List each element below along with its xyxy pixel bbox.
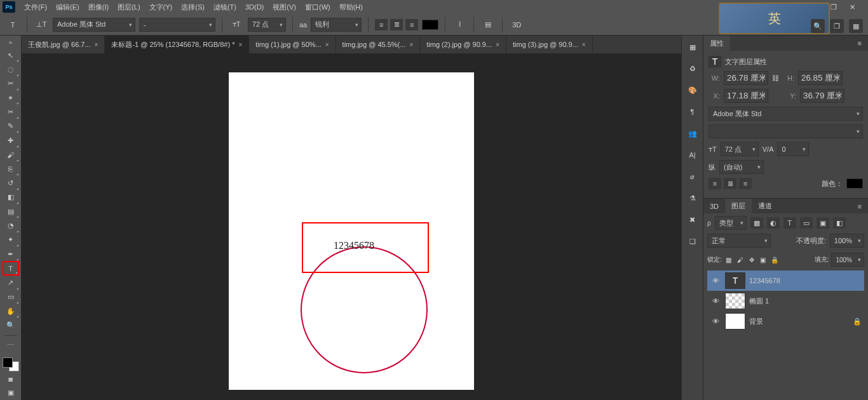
- screen-mode[interactable]: ▣: [3, 386, 19, 400]
- eyedropper-tool[interactable]: ✎: [3, 119, 19, 133]
- prop-align-right[interactable]: ≡: [739, 178, 752, 189]
- shape-tool[interactable]: ▭: [3, 290, 19, 304]
- character-icon[interactable]: A|: [685, 147, 700, 163]
- adjustments-icon[interactable]: ⚗: [685, 190, 700, 206]
- quick-select-tool[interactable]: ✴: [3, 91, 19, 105]
- brush-settings-icon[interactable]: ⌀: [685, 169, 700, 184]
- dodge-tool[interactable]: ✦: [3, 233, 19, 247]
- properties-tab[interactable]: 属性: [703, 36, 730, 51]
- text-orientation-icon[interactable]: ⊥T: [34, 17, 49, 32]
- warp-text-icon[interactable]: ⌇: [452, 17, 467, 32]
- visibility-icon[interactable]: 👁: [710, 297, 721, 305]
- prop-style-dropdown[interactable]: [709, 124, 863, 138]
- text-color-swatch[interactable]: [422, 20, 438, 30]
- doc-tab-5[interactable]: timg (3).jpg @ 90.9...×: [506, 36, 593, 53]
- history-brush-tool[interactable]: ↺: [3, 176, 19, 190]
- 3d-tab[interactable]: 3D: [703, 199, 725, 213]
- character-panel-icon[interactable]: ▤: [480, 17, 496, 32]
- blend-mode-dropdown[interactable]: 正常: [707, 234, 771, 248]
- panel-menu-icon[interactable]: ≡: [851, 36, 868, 51]
- menu-type[interactable]: 文字(Y): [146, 1, 177, 13]
- font-family-dropdown[interactable]: Adobe 黑体 Std: [53, 18, 135, 32]
- actions-icon[interactable]: ♻: [685, 61, 700, 76]
- layer-name[interactable]: 椭圆 1: [749, 297, 769, 306]
- workspace-icon[interactable]: ❐: [830, 19, 844, 33]
- prop-align-center[interactable]: ≣: [724, 178, 736, 189]
- quick-mask[interactable]: ◙: [3, 371, 19, 385]
- menu-view[interactable]: 视图(V): [269, 1, 300, 13]
- layers-tab[interactable]: 图层: [725, 199, 752, 213]
- doc-tab-4[interactable]: timg (2).jpg @ 90.9...×: [420, 36, 506, 53]
- menu-select[interactable]: 选择(S): [177, 1, 208, 13]
- menu-image[interactable]: 图像(I): [85, 1, 112, 13]
- layer-row[interactable]: 👁 背景 🔒: [707, 311, 864, 331]
- menu-3d[interactable]: 3D(D): [241, 2, 268, 12]
- glyphs-icon[interactable]: 👥: [685, 126, 700, 141]
- channels-tab[interactable]: 通道: [752, 199, 778, 213]
- move-tool[interactable]: ↖: [3, 48, 19, 62]
- edit-toolbar[interactable]: ⋯: [3, 338, 19, 352]
- blur-tool[interactable]: ◔: [3, 218, 19, 232]
- filter-shape-icon[interactable]: ▭: [800, 217, 813, 229]
- layer-row[interactable]: 👁 T 12345678: [707, 270, 864, 291]
- x-input[interactable]: [724, 89, 768, 103]
- font-size-dropdown[interactable]: 72 点: [248, 18, 286, 32]
- arrange-icon[interactable]: ▦: [849, 19, 863, 33]
- gradient-tool[interactable]: ▤: [3, 204, 19, 218]
- close-icon[interactable]: ×: [325, 41, 329, 48]
- hand-tool[interactable]: ✋: [3, 304, 19, 318]
- lock-image-icon[interactable]: 🖌: [736, 257, 745, 263]
- filter-toggle[interactable]: ◧: [833, 217, 846, 229]
- visibility-icon[interactable]: 👁: [710, 317, 721, 325]
- window-close[interactable]: ✕: [846, 2, 859, 13]
- healing-tool[interactable]: ✚: [3, 133, 19, 147]
- marquee-tool[interactable]: ◌: [3, 62, 19, 76]
- fill-dropdown[interactable]: 100%: [831, 253, 864, 267]
- doc-tab-0[interactable]: 王俊凯.jpg @ 66.7...×: [22, 36, 105, 53]
- toolbar-collapse[interactable]: »: [9, 39, 12, 46]
- leading-dropdown[interactable]: (自动): [719, 160, 764, 174]
- type-tool[interactable]: T: [3, 261, 19, 276]
- doc-tab-3[interactable]: timg.jpg @ 45.5%(...×: [336, 36, 421, 53]
- close-icon[interactable]: ×: [496, 41, 499, 48]
- prop-font-dropdown[interactable]: Adobe 黑体 Std: [709, 107, 863, 121]
- menu-layer[interactable]: 图层(L): [114, 1, 144, 13]
- doc-tab-2[interactable]: timg (1).jpg @ 50%...×: [249, 36, 336, 53]
- layer-row[interactable]: 👁 椭圆 1: [707, 291, 864, 311]
- layer-name[interactable]: 12345678: [749, 277, 780, 284]
- path-select-tool[interactable]: ↗: [3, 276, 19, 290]
- link-icon[interactable]: ⛓: [772, 74, 779, 82]
- prop-size-dropdown[interactable]: 72 点: [721, 142, 759, 156]
- lock-trans-icon[interactable]: ▩: [724, 257, 733, 263]
- color-icon[interactable]: 🎨: [685, 83, 700, 98]
- y-input[interactable]: [800, 89, 844, 103]
- lasso-tool[interactable]: ✂: [3, 77, 19, 91]
- filter-kind-dropdown[interactable]: 类型: [715, 216, 747, 230]
- menu-edit[interactable]: 编辑(E): [52, 1, 83, 13]
- 3d-button[interactable]: 3D: [509, 17, 524, 32]
- eraser-tool[interactable]: ◧: [3, 190, 19, 204]
- menu-help[interactable]: 帮助(H): [336, 1, 367, 13]
- close-icon[interactable]: ×: [582, 41, 586, 48]
- canvas[interactable]: 12345678: [22, 53, 681, 400]
- menu-file[interactable]: 文件(F): [20, 1, 51, 13]
- history-icon[interactable]: ▦: [685, 39, 700, 55]
- layers-menu-icon[interactable]: ≡: [851, 199, 868, 213]
- brush-tool[interactable]: 🖌: [3, 148, 19, 162]
- doc-tab-1[interactable]: 未标题-1 @ 25% (12345678, RGB/8#) *×: [105, 36, 249, 53]
- filter-pixel-icon[interactable]: ▩: [750, 217, 763, 229]
- paragraph-icon[interactable]: ¶: [685, 104, 700, 119]
- layer-name[interactable]: 背景: [749, 317, 763, 326]
- visibility-icon[interactable]: 👁: [710, 277, 721, 284]
- align-center-button[interactable]: ≣: [390, 19, 403, 30]
- align-left-button[interactable]: ≡: [375, 19, 388, 30]
- styles-icon[interactable]: ✖: [685, 212, 700, 227]
- menu-filter[interactable]: 滤镜(T): [210, 1, 240, 13]
- search-icon[interactable]: 🔍: [811, 19, 825, 33]
- antialias-dropdown[interactable]: 锐利: [311, 18, 362, 32]
- crop-tool[interactable]: ✂: [3, 105, 19, 119]
- close-icon[interactable]: ×: [238, 41, 242, 48]
- lock-pos-icon[interactable]: ✥: [747, 257, 756, 263]
- filter-smart-icon[interactable]: ▣: [817, 217, 829, 229]
- menu-window[interactable]: 窗口(W): [301, 1, 334, 13]
